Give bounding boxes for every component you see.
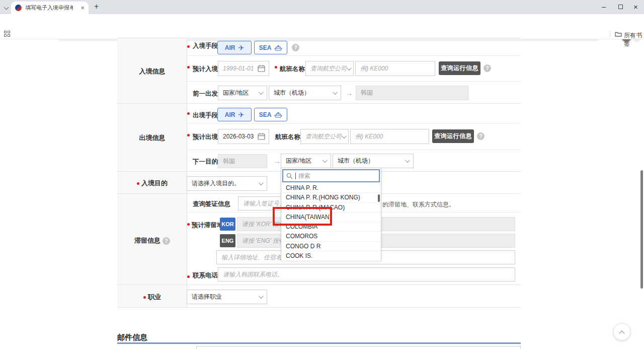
tab-search-chevron-icon[interactable] — [4, 5, 9, 10]
required-marker — [187, 275, 190, 278]
required-marker — [187, 134, 190, 136]
annotation-highlight-box — [273, 207, 332, 226]
stay-place-label: 预计滞留地 — [192, 221, 223, 230]
site-favicon — [15, 5, 22, 11]
window-close-button[interactable]: × — [633, 3, 638, 11]
exit-airline-select[interactable]: 查询航空公司 — [300, 129, 349, 144]
ship-icon — [274, 112, 282, 118]
required-marker — [187, 45, 190, 48]
new-tab-button[interactable]: + — [94, 3, 99, 11]
window-minimize-button[interactable]: – — [602, 2, 606, 11]
chevron-down-icon — [259, 90, 264, 95]
prev-country-select[interactable]: 国家/地区 — [218, 86, 267, 100]
occupation-section-title: 职业 — [117, 293, 187, 302]
next-city-select[interactable]: 城市（机场） — [333, 154, 414, 168]
required-marker — [137, 182, 139, 185]
country-option[interactable]: COMOROS — [281, 232, 381, 241]
browser-window: 填写电子入境申报单 × + – × ← → ⟳ ⌂ e-arrivalcard.… — [0, 0, 644, 349]
window-maximize-button[interactable] — [618, 5, 623, 9]
mail-section-divider — [117, 342, 521, 344]
required-marker — [275, 66, 277, 68]
exit-air-button[interactable]: AIR ✈ — [217, 108, 252, 121]
required-marker — [143, 296, 146, 299]
exit-section-title: 出境信息 — [117, 133, 187, 143]
entry-method-label: 入境手段 — [193, 42, 218, 50]
eng-button[interactable]: ENG — [220, 234, 235, 247]
entry-flight-label: 航班名称 — [280, 65, 305, 74]
chevron-down-icon — [259, 294, 264, 299]
ship-icon — [274, 45, 282, 51]
next-origin-korea-field: 韩国 — [218, 154, 267, 168]
required-marker — [187, 223, 190, 226]
stay-section-title: 滞留信息 ? — [117, 236, 187, 245]
exit-method-label: 出境手段 — [193, 111, 218, 120]
country-option[interactable]: CONGO D R — [281, 242, 381, 251]
airplane-icon: ✈ — [238, 44, 244, 52]
scroll-to-top-button[interactable] — [613, 323, 630, 340]
tab-close-icon[interactable]: × — [80, 5, 85, 11]
purpose-section-title: 入境目的 — [117, 179, 187, 188]
chevron-down-icon — [333, 90, 338, 95]
help-icon[interactable]: ? — [292, 44, 299, 51]
all-bookmarks-button[interactable]: 所有书签 — [624, 31, 644, 48]
prev-city-select[interactable]: 城市（机场） — [269, 86, 341, 100]
phone-input[interactable] — [218, 267, 515, 282]
required-marker — [187, 112, 190, 115]
entry-query-flight-button[interactable]: 查询运行信息 — [439, 61, 480, 75]
mail-section-title: 邮件信息 — [117, 333, 147, 342]
calendar-icon[interactable] — [258, 64, 265, 72]
browser-toolbar: ← → ⟳ ⌂ e-arrivalcard.go.kr/portal/apply… — [0, 14, 644, 29]
next-country-select[interactable]: 国家/地区 — [281, 154, 331, 168]
chevron-down-icon — [342, 133, 347, 138]
entry-flight-input[interactable] — [355, 61, 435, 76]
tab-title: 填写电子入境申报单 — [25, 4, 73, 12]
entry-sea-button[interactable]: SEA — [254, 41, 287, 54]
folder-icon[interactable] — [615, 31, 622, 37]
entry-airline-select[interactable]: 查询航空公司 — [305, 61, 354, 76]
search-placeholder: 搜索 — [298, 172, 310, 180]
entry-air-button[interactable]: AIR ✈ — [217, 41, 252, 54]
exit-flight-input[interactable] — [350, 129, 429, 144]
chevron-down-icon — [259, 180, 264, 185]
chevron-down-icon — [405, 158, 410, 163]
country-option[interactable]: CHINA P. R. — [281, 183, 381, 193]
phone-label: 联系电话 — [193, 271, 218, 280]
required-marker — [187, 66, 190, 68]
visa-query-label: 查询签证信息 — [193, 200, 230, 208]
mail-input-partial[interactable] — [196, 346, 521, 349]
visa-note-fragment: 的滞留地、联系方式信息。 — [382, 200, 455, 209]
country-option[interactable]: COOK IS. — [281, 251, 381, 261]
help-icon[interactable]: ? — [163, 237, 170, 245]
prev-destination-korea-field: 韩国 — [356, 86, 468, 100]
entry-purpose-select[interactable]: 请选择入境目的。 — [187, 176, 267, 191]
form-label-column — [117, 38, 187, 307]
text-caret — [295, 173, 296, 179]
exit-flight-label: 航班名称 — [275, 133, 300, 142]
apps-grid-icon[interactable] — [4, 31, 11, 37]
dropdown-scrollbar-thumb[interactable] — [378, 194, 380, 202]
page-scrollbar-thumb[interactable] — [640, 170, 643, 289]
browser-tab[interactable]: 填写电子入境申报单 × — [11, 2, 89, 14]
help-icon[interactable]: ? — [484, 64, 491, 72]
chevron-up-icon — [619, 330, 624, 336]
country-option[interactable]: CHINA P. R.(HONG KONG) — [281, 193, 381, 202]
exit-query-flight-button[interactable]: 查询运行信息 — [432, 129, 474, 143]
occupation-select[interactable]: 请选择职业 — [187, 290, 267, 304]
airplane-icon: ✈ — [238, 111, 244, 119]
kor-button[interactable]: KOR — [220, 218, 235, 231]
arrow-right-icon: → — [346, 89, 353, 97]
tab-strip: 填写电子入境申报单 × + – × — [0, 0, 644, 14]
exit-sea-button[interactable]: SEA — [254, 108, 287, 121]
help-icon[interactable]: ? — [477, 132, 485, 140]
chevron-down-icon — [347, 65, 352, 71]
entry-section-title: 入境信息 — [117, 67, 187, 76]
search-icon — [286, 173, 293, 179]
country-search-input[interactable]: 搜索 — [282, 169, 380, 182]
chevron-down-icon — [323, 158, 328, 163]
arrow-right-icon: → — [274, 157, 281, 165]
calendar-icon[interactable] — [258, 132, 265, 140]
bookmarks-divider — [610, 31, 610, 37]
